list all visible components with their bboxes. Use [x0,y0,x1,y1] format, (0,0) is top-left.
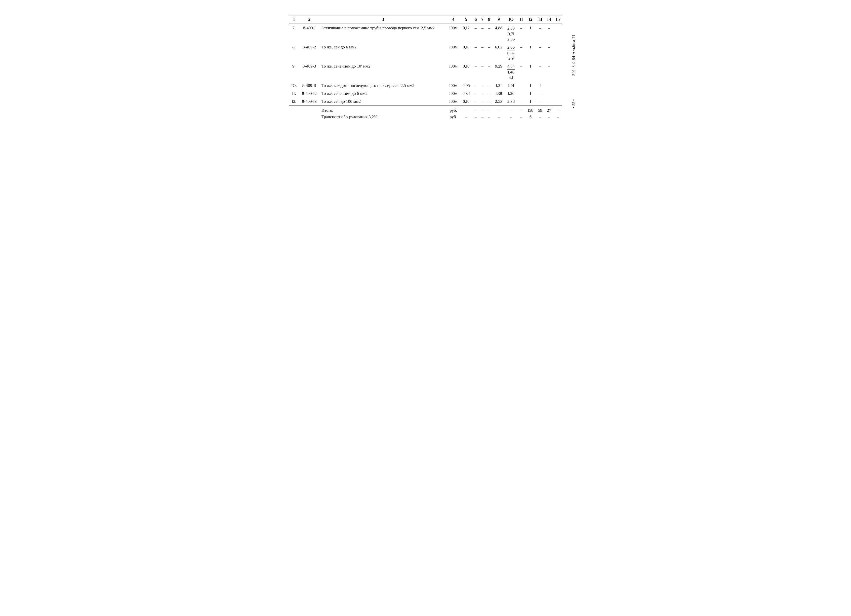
col-header-13: I3 [536,15,545,24]
row-desc: То же, сечением до 10' мм2 [320,62,447,81]
row-desc: То же, каждого последующего провода сеч.… [320,82,447,90]
col-header-12: I2 [525,15,536,24]
table-row: 9.8-409-3То же, сечением до 10' мм2I00м0… [289,62,562,81]
col-header-14: I4 [545,15,553,24]
sidebar-bottom-text: • 55 • [571,99,576,108]
table-row: 7.8-409-IЗатягивание в прложеннне трубы … [289,24,562,43]
col-header-10: IO [505,15,517,24]
col-header-9: 9 [492,15,505,24]
transport-row: Транспорт обо-рудования 3,2%руб.–––––––6… [289,114,562,121]
col-header-6: 6 [472,15,479,24]
table-row: I2.8-409-I3То же, сеч.до 100 мм2I00м0,I0… [289,97,562,106]
table-row: II.8-409-I2То же, сечением до 6 мм2I00м0… [289,90,562,97]
table-row: IO.8-409-IIТо же, каждого последующего п… [289,82,562,90]
sidebar-top-text: 501-3-9,84 Альбом 7I [571,35,576,76]
row-desc: То же, сечением до 6 мм2 [320,90,447,97]
col-header-7: 7 [479,15,486,24]
row-desc: То же, сеч.до 100 мм2 [320,97,447,106]
col-header-15: I5 [553,15,562,24]
row-desc: Затягивание в прложеннне трубы провода п… [320,24,447,43]
col-header-2: 2 [299,15,320,24]
table-row: 8.8-409-2То же, сеч.до 6 мм2I00м0,I0–––6… [289,43,562,62]
col-header-3: 3 [320,15,447,24]
table-header: I 2 3 4 5 6 7 8 9 IO II I2 I3 I4 I5 [289,15,562,24]
col-header-11: II [517,15,526,24]
row-desc: То же, сеч.до 6 мм2 [320,43,447,62]
col-header-5: 5 [460,15,472,24]
col-header-8: 8 [486,15,492,24]
col-header-4: 4 [447,15,460,24]
col-header-1: I [289,15,299,24]
totals-row: Итого:руб.–––––––I585927– [289,106,562,114]
